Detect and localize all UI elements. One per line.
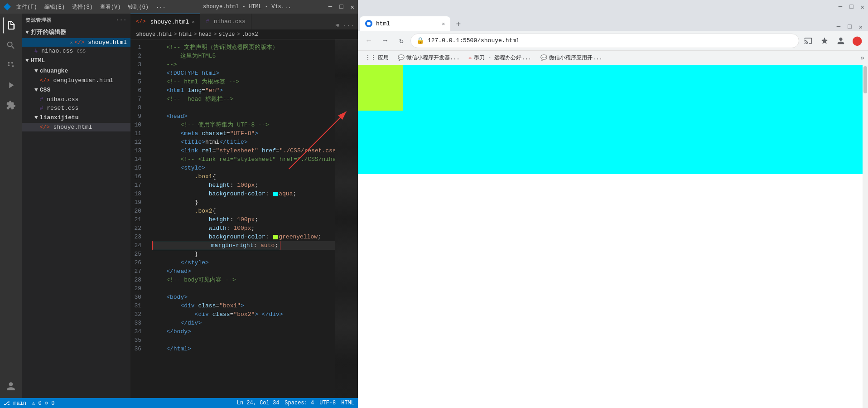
back-button[interactable]: ← <box>362 34 376 48</box>
browser-panel: ─ □ ✕ html ✕ + ─ □ ✕ ← → ↻ 🔒 127.0.0.1:5… <box>358 0 868 408</box>
bookmark-modao[interactable]: ✏ 墨刀 - 远程办公好... <box>465 53 535 63</box>
code-line-24: margin-right: auto; <box>152 241 335 250</box>
git-branch[interactable]: ⎇ main <box>4 400 26 407</box>
breadcrumb: shouye.html > html > head > style > .box… <box>130 29 358 39</box>
sidebar-more-icon[interactable]: ··· <box>116 16 127 24</box>
scrollbar[interactable] <box>863 65 868 408</box>
browser-min-btn[interactable]: ─ <box>837 23 840 31</box>
browser-win-controls: ─ □ ✕ <box>839 3 864 11</box>
browser-x-btn[interactable]: ✕ <box>859 23 863 31</box>
webpage-content <box>358 65 863 408</box>
breadcrumb-box2[interactable]: .box2 <box>242 31 258 38</box>
tab-css-icon: # <box>206 19 209 25</box>
bookmark-weixin-app[interactable]: 💬 微信小程序应用开... <box>537 53 606 63</box>
maximize-button[interactable]: □ <box>339 3 343 11</box>
tab-shouye-html[interactable]: </> shouye.html ✕ <box>130 14 200 29</box>
split-editor-icon[interactable]: ⊞ <box>335 22 339 29</box>
encoding: UTF-8 <box>319 400 336 406</box>
more-actions-icon[interactable]: ··· <box>343 22 354 29</box>
html-section[interactable]: ▼ HTML <box>22 55 130 66</box>
breadcrumb-html[interactable]: html <box>178 31 192 38</box>
chevron-down-icon: ▼ <box>34 114 38 121</box>
bookmark-weixin-dev[interactable]: 💬 微信小程序开发基... <box>394 53 463 63</box>
code-line-29 <box>152 284 335 293</box>
weixin-dev-icon: 💬 <box>398 54 405 61</box>
reload-button[interactable]: ↻ <box>394 34 409 48</box>
sidebar-item-nihao-css[interactable]: # nihao.css CSS <box>22 47 130 55</box>
code-line-30: <body> <box>152 293 335 301</box>
run-icon[interactable] <box>3 77 19 93</box>
scrollbar-thumb[interactable] <box>863 66 867 93</box>
code-editor[interactable]: 12345 678910 1112131415 1617181920 21222… <box>130 39 358 398</box>
browser-minimize-button[interactable]: ─ <box>839 3 842 11</box>
profile-icon[interactable] <box>834 34 848 48</box>
breadcrumb-style[interactable]: style <box>218 31 235 38</box>
code-line-3: --> <box>152 60 335 69</box>
css-section[interactable]: ▼ CSS <box>22 85 130 95</box>
browser-max-btn[interactable]: □ <box>848 23 851 31</box>
bookmarks-more-button[interactable]: » <box>861 54 864 62</box>
vscode-main-area: 资源管理器 ··· ▼ 打开的编辑器 ✕ </> shouye.html # n… <box>0 14 358 398</box>
bookmark-apps[interactable]: ⋮⋮ 应用 <box>362 53 392 63</box>
code-line-12: <title>html</title> <box>152 138 335 146</box>
cast-icon[interactable] <box>801 34 815 48</box>
breadcrumb-shouyehtml[interactable]: shouye.html <box>136 31 172 38</box>
vscode-window-title: shouye.html - HTML - Vis... <box>171 4 323 10</box>
star-icon[interactable] <box>817 34 832 48</box>
code-line-17: height: 100px; <box>152 181 335 189</box>
chuangke-section[interactable]: ▼ chuangke <box>22 66 130 76</box>
menu-view[interactable]: 查看(V) <box>100 3 121 11</box>
extensions-icon[interactable] <box>3 97 19 113</box>
tab-close-icon[interactable]: ✕ <box>192 19 194 24</box>
tab-html-icon: </> <box>136 19 146 25</box>
source-control-icon[interactable] <box>3 57 19 73</box>
webpage-box2 <box>358 65 403 111</box>
svg-point-2 <box>367 22 371 25</box>
forward-button[interactable]: → <box>378 34 392 48</box>
bookmarks-bar: ⋮⋮ 应用 💬 微信小程序开发基... ✏ 墨刀 - 远程办公好... 💬 微信… <box>358 51 868 65</box>
sidebar-item-dengluyemian[interactable]: </> dengluyemian.html <box>22 76 130 85</box>
minimize-button[interactable]: ─ <box>328 3 332 11</box>
sidebar-header: 资源管理器 <box>25 17 52 24</box>
menu-edit[interactable]: 编辑(E) <box>44 3 65 11</box>
url-text: 127.0.0.1:5500/shouye.html <box>428 37 520 44</box>
close-icon[interactable]: ✕ <box>70 40 73 45</box>
tab-bar: </> shouye.html ✕ # nihao.css ⊞ ··· <box>130 14 358 29</box>
code-line-32: <div class="box2"> </div> <box>152 310 335 319</box>
files-icon[interactable] <box>3 17 19 34</box>
menu-select[interactable]: 选择(S) <box>72 3 93 11</box>
sidebar-item-nihaocss[interactable]: # nihao.css <box>22 95 130 104</box>
sidebar-item-shouye-html[interactable]: ✕ </> shouye.html <box>22 38 130 47</box>
menu-more[interactable]: ... <box>156 3 166 11</box>
status-bar: ⎇ main ⚠ 0 ⊘ 0 Ln 24, Col 34 Spaces: 4 U… <box>0 398 358 408</box>
menu-file[interactable]: 文件(F) <box>16 3 37 11</box>
new-tab-button[interactable]: + <box>452 18 465 31</box>
browser-tab-close[interactable]: ✕ <box>442 21 445 27</box>
errors-warnings[interactable]: ⚠ 0 ⊘ 0 <box>32 400 54 407</box>
sidebar-item-shouyehtml-2[interactable]: </> shouye.html <box>22 123 130 131</box>
code-line-23: background-color: greenyellow; <box>152 233 335 241</box>
code-line-6: <html lang="en"> <box>152 86 335 95</box>
address-bar[interactable]: 🔒 127.0.0.1:5500/shouye.html <box>410 34 799 48</box>
browser-tab-html[interactable]: html ✕ <box>360 16 450 31</box>
code-line-10: <!-- 使用字符集为 UTF-8 --> <box>152 121 335 129</box>
breadcrumb-sep-1: > <box>174 31 177 38</box>
more-icon[interactable]: ⬤ <box>850 34 864 48</box>
open-file-shouyehtml-label: shouye.html <box>88 39 127 46</box>
tab-nihao-css[interactable]: # nihao.css <box>200 14 251 29</box>
close-button[interactable]: ✕ <box>351 3 354 11</box>
breadcrumb-head[interactable]: head <box>198 31 212 38</box>
browser-tab-favicon <box>365 20 372 27</box>
account-icon[interactable] <box>3 378 19 394</box>
html-file-icon: </> <box>75 39 85 46</box>
sidebar-item-resetcss[interactable]: # reset.css <box>22 104 130 112</box>
css-suffix: CSS <box>77 49 86 54</box>
open-editors-section[interactable]: ▼ 打开的编辑器 <box>22 26 130 38</box>
search-activity-icon[interactable] <box>3 37 19 53</box>
line-col: Ln 24, Col 34 <box>237 400 280 406</box>
menu-goto[interactable]: 转到(G) <box>128 3 149 11</box>
browser-maximize-button[interactable]: □ <box>849 3 853 11</box>
lianxijietu-section[interactable]: ▼ lianxijietu <box>22 112 130 123</box>
code-line-36: </html> <box>152 345 335 353</box>
browser-close-button[interactable]: ✕ <box>861 3 864 11</box>
